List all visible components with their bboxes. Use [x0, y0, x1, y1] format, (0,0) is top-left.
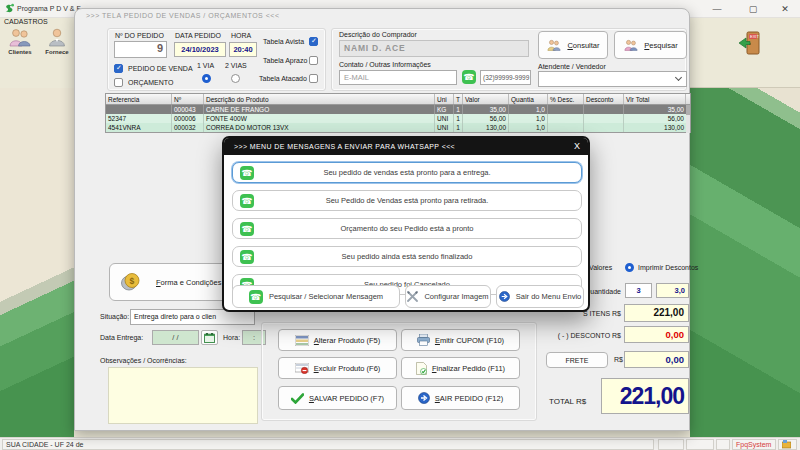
tabela-atacado-label: Tabela Atacado: [259, 75, 307, 82]
cell-descricao: FONTE 400W: [204, 114, 435, 123]
imprimir-descontos-label: Imprimir Descontos: [638, 264, 698, 271]
alterar-produto-label: Alterar Produto (F5): [314, 336, 380, 345]
table-scrollbar[interactable]: [686, 105, 690, 133]
pesquisar-mensagem-button[interactable]: ☎ Pesquisar / Selecionar Mensagem: [232, 285, 400, 308]
table-row[interactable]: 000043 CARNE DE FRANGO KG 1 35,00 1,0 35…: [106, 105, 690, 114]
via2-radio[interactable]: [231, 74, 240, 83]
atendente-label: Atendente / Vendedor: [538, 63, 606, 70]
cell-desconto: [584, 123, 624, 132]
status-bar: SUA CIDADE - UF 24 de FpqSystem: [0, 437, 800, 450]
pedido-venda-label: PEDIDO DE VENDA: [128, 65, 193, 72]
data-pedido-label: DATA PEDIDO: [175, 32, 221, 39]
consultar-label: Consultar: [567, 41, 599, 50]
coin-icon: $: [120, 272, 142, 292]
frete-button[interactable]: FRETE: [546, 352, 608, 368]
observacoes-textarea[interactable]: [108, 367, 258, 424]
sair-pedido-button[interactable]: SAIR PEDIDO (F12): [401, 386, 520, 410]
qtd-itens-value: 3: [625, 283, 652, 298]
fornece-button[interactable]: Fornece: [39, 28, 75, 55]
phone-field[interactable]: (32)99999-9999: [480, 70, 531, 85]
cell-descricao: CARNE DE FRANGO: [204, 105, 435, 114]
blue-arrow-icon: [499, 291, 510, 302]
forma-condicoes-label: Forma e Condições de: [156, 278, 232, 287]
cell-valor: 56,00: [463, 114, 509, 123]
calendar-button[interactable]: [201, 330, 218, 345]
col-valor: Valor: [463, 94, 509, 104]
pesquisar-label: Pesquisar: [644, 41, 677, 50]
data-pedido-value[interactable]: 24/10/2023: [174, 42, 226, 57]
qtd-total-value: 3,0: [656, 283, 689, 298]
email-field[interactable]: E-MAIL: [339, 70, 457, 85]
table-row[interactable]: 52347 000006 FONTE 400W UNI 1 56,00 1,0 …: [106, 114, 690, 123]
consultar-people-icon: [546, 39, 562, 52]
configurar-imagem-label: Configurar Imagem: [424, 292, 488, 301]
minimize-icon[interactable]: —: [702, 0, 732, 18]
excluir-produto-button[interactable]: Excluir Produto (F6): [278, 357, 397, 379]
fornece-label: Fornece: [39, 49, 75, 55]
atendente-select[interactable]: [538, 71, 687, 87]
cell-uni: KG: [435, 105, 454, 114]
msg-label: Orçamento do seu Pedido está a pronto: [340, 224, 473, 233]
table-grid-icon: [295, 335, 309, 346]
cell-num: 000043: [172, 105, 204, 114]
msg-orcamento-pronto-button[interactable]: ☎ Orçamento do seu Pedido está a pronto: [232, 218, 582, 239]
buyer-value[interactable]: NAMI D. ACE: [339, 40, 529, 57]
cell-t: 1: [454, 105, 463, 114]
valores-label: Valores: [589, 264, 612, 271]
msg-sendo-finalizado-button[interactable]: ☎ Seu pedido ainda está sendo finalizado: [232, 246, 582, 267]
cell-t: 1: [454, 123, 463, 132]
desconto-value[interactable]: 0,00: [624, 326, 689, 343]
cell-desc-pct: [548, 114, 584, 123]
two-people-icon: [7, 28, 33, 48]
doc-check-icon: [416, 362, 427, 375]
consultar-button[interactable]: Consultar: [538, 31, 608, 59]
frete-value[interactable]: 0,00: [624, 351, 689, 368]
col-t: T: [454, 94, 463, 104]
app-logo-icon: [4, 3, 15, 14]
modal-close-icon[interactable]: X: [574, 138, 580, 155]
tabela-avista-label: Tabela Avista: [263, 38, 304, 45]
tabela-aprazo-label: Tabela Aprazo: [263, 57, 307, 64]
cell-uni: UNI: [435, 114, 454, 123]
finalizar-pedido-button[interactable]: Finalizar Pedido (F11): [401, 357, 520, 379]
cell-valor: 130,00: [463, 123, 509, 132]
col-referencia: Referencia: [106, 94, 172, 104]
table-row[interactable]: 4541VNRA 000032 CORREA DO MOTOR 13VX UNI…: [106, 123, 690, 132]
emitir-cupom-button[interactable]: Emitir CUPOM (F10): [401, 329, 520, 351]
menu-cadastros[interactable]: CADASTROS: [4, 18, 48, 25]
pesquisar-button[interactable]: Pesquisar: [614, 31, 687, 59]
hora-entrega-label: Hora:: [223, 334, 240, 341]
tabela-aprazo-checkbox[interactable]: [309, 56, 318, 65]
imprimir-descontos-radio[interactable]: [625, 263, 634, 272]
pedido-venda-checkbox[interactable]: [114, 64, 123, 73]
alterar-produto-button[interactable]: Alterar Produto (F5): [278, 329, 397, 351]
clientes-button[interactable]: Clientes: [2, 28, 38, 55]
svg-text:EXIT: EXIT: [750, 34, 759, 39]
configurar-imagem-button[interactable]: Configurar Imagem: [405, 285, 491, 308]
desconto-label: ( - ) DESCONTO R$: [525, 332, 621, 339]
tabela-avista-checkbox[interactable]: [309, 37, 318, 46]
hora-value[interactable]: 20:40: [229, 42, 257, 57]
green-check-icon: [291, 393, 304, 404]
cell-total: 56,00: [624, 114, 686, 123]
printer-icon: [417, 334, 430, 346]
products-table[interactable]: Referencia Nº Descrição do Produto Uni T…: [105, 93, 691, 133]
col-desc-pct: % Desc.: [548, 94, 584, 104]
salvar-pedido-button[interactable]: SALVAR PEDIDO (F7): [278, 386, 397, 410]
finalizar-pedido-label: Finalizar Pedido (F11): [432, 364, 505, 373]
msg-pronto-retirada-button[interactable]: ☎ Seu Pedido de Vendas está pronto para …: [232, 190, 582, 211]
tabela-atacado-checkbox[interactable]: [309, 74, 318, 83]
exit-door-button[interactable]: EXIT: [735, 29, 763, 57]
maximize-icon[interactable]: ▢: [738, 0, 768, 18]
cell-num: 000032: [172, 123, 204, 132]
msg-pronto-entrega-button[interactable]: ☎ Seu pedido de vendas está pronto para …: [232, 162, 582, 183]
num-pedido-value[interactable]: 9: [114, 41, 167, 58]
close-icon[interactable]: ✕: [770, 0, 800, 18]
cell-referencia: 52347: [106, 114, 172, 123]
col-vlr-total: Vlr Total: [624, 94, 686, 104]
data-entrega-field[interactable]: / /: [152, 330, 199, 345]
orcamento-checkbox[interactable]: [114, 78, 123, 87]
sair-menu-envio-button[interactable]: Sair do Menu Envio: [496, 285, 584, 308]
via1-radio[interactable]: [202, 74, 211, 83]
msg-label: Seu pedido de vendas está pronto para a …: [323, 168, 490, 177]
